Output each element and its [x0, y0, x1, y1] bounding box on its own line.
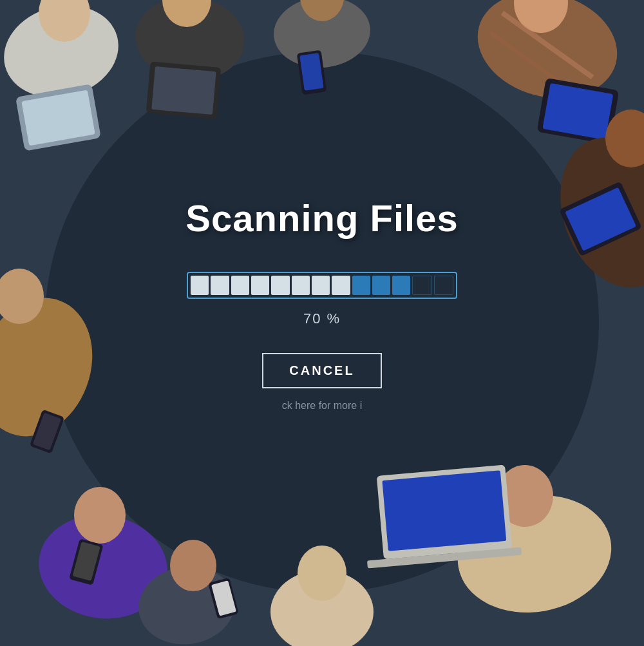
progress-bar-inner — [191, 276, 453, 295]
progress-segment — [191, 276, 209, 295]
progress-segment — [332, 276, 350, 295]
more-info-link[interactable]: ck here for more i — [282, 400, 362, 412]
progress-bar-container — [187, 272, 457, 299]
progress-segment — [251, 276, 269, 295]
progress-percent-label: 70 % — [303, 310, 341, 327]
progress-segment — [372, 276, 390, 295]
page-title: Scanning Files — [185, 196, 458, 240]
content-overlay: Scanning Files 70 % CANCEL ck here for m… — [0, 0, 644, 646]
cancel-button[interactable]: CANCEL — [262, 353, 381, 388]
progress-segment — [412, 276, 431, 295]
progress-segment — [292, 276, 310, 295]
progress-segment — [434, 276, 453, 295]
progress-segment — [271, 276, 289, 295]
progress-segment — [211, 276, 229, 295]
progress-segment — [231, 276, 249, 295]
progress-segment — [392, 276, 410, 295]
progress-segment — [312, 276, 330, 295]
progress-segment — [352, 276, 370, 295]
